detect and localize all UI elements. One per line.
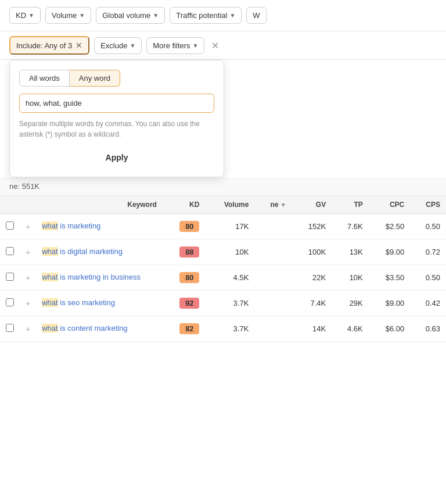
keyword-link[interactable]: what is marketing in business — [42, 273, 141, 281]
row-kd-cell: 80 — [163, 214, 205, 240]
exclude-chevron-icon: ▼ — [130, 42, 135, 49]
row-checkbox[interactable] — [6, 273, 14, 281]
global-volume-chevron-icon: ▼ — [153, 12, 159, 19]
table-row: +what is marketing8017K152K7.6K$2.500.50 — [0, 214, 446, 240]
keyword-table: Keyword KD Volume ne ▼ GV TP CPC CPS +wh… — [0, 196, 446, 342]
row-ne-cell — [254, 240, 292, 265]
any-word-toggle[interactable]: Any word — [70, 70, 120, 87]
row-tp-cell: 13K — [332, 240, 369, 265]
kd-chevron-icon: ▼ — [28, 12, 34, 19]
w-filter-button[interactable]: W — [246, 7, 266, 24]
kd-badge: 92 — [179, 298, 199, 309]
filter-bar-row2: Include: Any of 3 ✕ Exclude ▼ More filte… — [0, 31, 446, 60]
keyword-hint-text: Separate multiple words by commas. You c… — [19, 119, 214, 140]
row-checkbox-cell — [0, 316, 20, 342]
col-kd: KD — [163, 196, 205, 214]
keyword-link[interactable]: what is marketing — [42, 221, 100, 230]
all-words-toggle[interactable]: All words — [19, 70, 70, 87]
apply-button[interactable]: Apply — [19, 148, 214, 167]
plus-icon[interactable]: + — [26, 324, 30, 334]
traffic-potential-filter-button[interactable]: Traffic potential ▼ — [170, 7, 242, 24]
row-checkbox[interactable] — [6, 221, 14, 230]
global-volume-filter-button[interactable]: Global volume ▼ — [96, 7, 165, 24]
row-cps-cell: 0.50 — [410, 265, 446, 291]
row-keyword-cell: what is marketing in business — [36, 265, 163, 291]
row-cpc-cell: $9.00 — [369, 240, 411, 265]
row-ne-cell — [254, 316, 292, 342]
col-cps: CPS — [410, 196, 446, 214]
row-gv-cell: 14K — [292, 316, 332, 342]
row-checkbox[interactable] — [6, 324, 14, 332]
keyword-link[interactable]: what is digital marketing — [42, 247, 123, 256]
row-volume-cell: 4.5K — [205, 265, 254, 291]
exclude-filter-label: Exclude — [100, 41, 127, 50]
plus-icon[interactable]: + — [26, 248, 30, 257]
row-gv-cell: 7.4K — [292, 291, 332, 316]
filters-clear-icon[interactable]: ✕ — [209, 40, 221, 51]
row-add-cell[interactable]: + — [20, 291, 36, 316]
col-keyword: Keyword — [36, 196, 163, 214]
summary-text: ne: 551K — [9, 182, 39, 191]
col-gv: GV — [292, 196, 332, 214]
kd-filter-button[interactable]: KD ▼ — [9, 7, 41, 24]
keyword-link[interactable]: what is seo marketing — [42, 298, 115, 307]
row-cps-cell: 0.42 — [410, 291, 446, 316]
more-filters-button[interactable]: More filters ▼ — [146, 37, 204, 54]
traffic-potential-filter-label: Traffic potential — [176, 11, 227, 20]
row-cps-cell: 0.63 — [410, 316, 446, 342]
plus-icon[interactable]: + — [26, 222, 30, 231]
table-row: +what is marketing in business804.5K22K1… — [0, 265, 446, 291]
volume-filter-button[interactable]: Volume ▼ — [45, 7, 91, 24]
plus-icon[interactable]: + — [26, 273, 30, 283]
plus-icon[interactable]: + — [26, 299, 30, 308]
include-filter-button[interactable]: Include: Any of 3 ✕ — [9, 36, 89, 55]
row-checkbox[interactable] — [6, 298, 14, 306]
row-checkbox-cell — [0, 240, 20, 265]
w-filter-label: W — [253, 11, 260, 20]
kd-badge: 82 — [179, 323, 199, 334]
row-add-cell[interactable]: + — [20, 240, 36, 265]
row-tp-cell: 10K — [332, 265, 369, 291]
row-gv-cell: 22K — [292, 265, 332, 291]
col-volume: Volume — [205, 196, 254, 214]
table-row: +what is content marketing823.7K14K4.6K$… — [0, 316, 446, 342]
row-add-cell[interactable]: + — [20, 316, 36, 342]
kd-badge: 88 — [179, 246, 199, 258]
row-volume-cell: 3.7K — [205, 291, 254, 316]
row-checkbox-cell — [0, 265, 20, 291]
row-tp-cell: 29K — [332, 291, 369, 316]
row-ne-cell — [254, 214, 292, 240]
row-keyword-cell: what is content marketing — [36, 316, 163, 342]
summary-row: ne: 551K — [0, 177, 446, 196]
kd-badge: 80 — [179, 272, 199, 283]
row-add-cell[interactable]: + — [20, 265, 36, 291]
col-cpc: CPC — [369, 196, 411, 214]
row-kd-cell: 82 — [163, 316, 205, 342]
more-filters-chevron-icon: ▼ — [193, 42, 199, 49]
row-tp-cell: 7.6K — [332, 214, 369, 240]
keyword-filter-input[interactable] — [19, 94, 214, 113]
table-row: +what is seo marketing923.7K7.4K29K$9.00… — [0, 291, 446, 316]
row-gv-cell: 152K — [292, 214, 332, 240]
row-cpc-cell: $9.00 — [369, 291, 411, 316]
word-mode-toggle-group: All words Any word — [19, 70, 214, 87]
col-ne[interactable]: ne ▼ — [254, 196, 292, 214]
row-keyword-cell: what is seo marketing — [36, 291, 163, 316]
col-tp: TP — [332, 196, 369, 214]
row-cps-cell: 0.72 — [410, 240, 446, 265]
filter-bar-row1: KD ▼ Volume ▼ Global volume ▼ Traffic po… — [0, 0, 446, 31]
col-checkbox — [0, 196, 20, 214]
row-checkbox[interactable] — [6, 247, 14, 255]
table-header-row: Keyword KD Volume ne ▼ GV TP CPC CPS — [0, 196, 446, 214]
col-add — [20, 196, 36, 214]
keyword-link[interactable]: what is content marketing — [42, 324, 127, 333]
row-ne-cell — [254, 291, 292, 316]
include-filter-label: Include: Any of 3 — [16, 41, 72, 50]
kd-badge: 80 — [179, 221, 199, 232]
include-clear-icon[interactable]: ✕ — [75, 41, 82, 50]
row-add-cell[interactable]: + — [20, 214, 36, 240]
volume-filter-label: Volume — [52, 11, 77, 20]
more-filters-label: More filters — [153, 41, 190, 50]
row-gv-cell: 100K — [292, 240, 332, 265]
exclude-filter-button[interactable]: Exclude ▼ — [94, 37, 142, 54]
